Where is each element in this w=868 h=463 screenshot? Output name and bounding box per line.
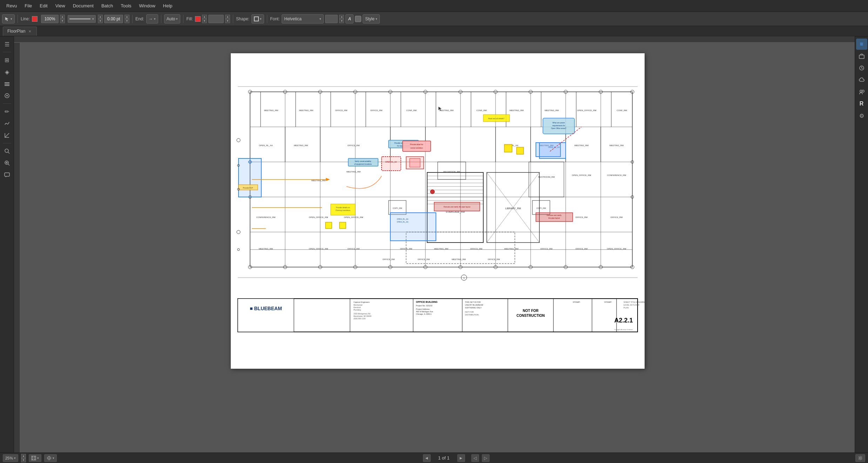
next-page-btn[interactable]: ► — [457, 454, 465, 462]
svg-text:OFFICE_RM: OFFICE_RM — [335, 109, 347, 111]
pt-input[interactable] — [104, 15, 123, 23]
menu-file[interactable]: File — [21, 2, 35, 10]
svg-text:PLAN: PLAN — [624, 307, 628, 309]
svg-rect-166 — [339, 222, 346, 229]
style-btn[interactable]: Style ▾ — [363, 14, 380, 23]
menu-tools[interactable]: Tools — [117, 2, 135, 10]
svg-text:S: S — [463, 277, 464, 279]
thumbnails-icon[interactable]: ⊞ — [1, 54, 13, 66]
doc-viewport[interactable]: MEETING_RM MEETING_RM OFFICE_RM OFFICE_R… — [20, 43, 855, 452]
line-width-spinner[interactable]: ▲ ▼ — [60, 15, 65, 23]
page-forward-btn[interactable]: ▷ — [482, 454, 490, 462]
menu-help[interactable]: Help — [160, 2, 176, 10]
right-collab-icon[interactable] — [856, 86, 867, 97]
status-bar: 25% ▾ ▲ ▼ ▾ ▾ ◄ 1 of 1 ► ◁ ▷ — [0, 452, 868, 463]
auto-btn[interactable]: Auto ▾ — [164, 14, 181, 23]
pt-up[interactable]: ▲ — [125, 15, 129, 19]
floorplan-tab[interactable]: FloorPlan ✕ — [3, 27, 37, 36]
fill-up[interactable]: ▲ — [202, 15, 207, 19]
end-select[interactable]: → ▾ — [146, 14, 158, 23]
line-w-up[interactable]: ▲ — [98, 15, 103, 19]
svg-line-6 — [8, 152, 9, 154]
menu-view[interactable]: View — [52, 2, 69, 10]
svg-text:OFFICE_RM: OFFICE_RM — [347, 144, 359, 147]
menu-window[interactable]: Window — [136, 2, 159, 10]
font-size-input[interactable]: 12 — [325, 15, 338, 23]
pt-down[interactable]: ▼ — [125, 19, 129, 23]
line-w-down[interactable]: ▼ — [98, 19, 103, 23]
line-label: Line: — [21, 16, 30, 21]
line-width-spinner2[interactable]: ▲ ▼ — [98, 15, 103, 23]
right-settings-icon[interactable]: ⚙ — [856, 110, 867, 121]
fill-pct-spinner[interactable]: ▲ ▼ — [225, 15, 230, 23]
fill-pct-input[interactable]: 100% — [208, 15, 224, 23]
page-back-btn[interactable]: ◁ — [471, 454, 479, 462]
fill-pct-up[interactable]: ▲ — [225, 15, 230, 19]
panels-icon[interactable]: ☰ — [1, 39, 13, 50]
svg-text:MEETING_RM: MEETING_RM — [294, 144, 308, 147]
thumbnail-toggle[interactable]: ▾ — [29, 454, 41, 462]
properties-icon[interactable] — [1, 90, 13, 101]
line-width-up[interactable]: ▲ — [60, 15, 65, 19]
line-width-down[interactable]: ▼ — [60, 19, 65, 23]
select-tool-btn[interactable]: ▾ — [2, 14, 15, 23]
tab-label: FloorPlan — [7, 29, 25, 34]
svg-text:SHEET TITLE & NUMBER: SHEET TITLE & NUMBER — [624, 301, 645, 303]
font-select[interactable]: Helvetica ▾ — [282, 14, 324, 23]
settings-btn[interactable] — [855, 454, 865, 462]
svg-text:STAMP:: STAMP: — [604, 301, 612, 303]
sep4 — [183, 15, 183, 23]
font-size-spinner[interactable]: ▲ ▼ — [339, 15, 344, 23]
bookmarks-icon[interactable]: ◈ — [1, 66, 13, 77]
search-icon[interactable] — [1, 145, 13, 157]
menu-batch[interactable]: Batch — [98, 2, 116, 10]
sep2 — [132, 15, 133, 23]
fill-color-swatch[interactable] — [195, 16, 201, 22]
text-bold-btn[interactable]: A — [345, 14, 354, 23]
right-r-icon[interactable]: R — [856, 98, 867, 109]
svg-text:OFFICE_RM: OFFICE_RM — [382, 258, 395, 260]
sep5 — [233, 15, 233, 23]
text-underline-btn[interactable] — [355, 16, 361, 22]
signatures-icon[interactable] — [1, 118, 13, 129]
measurements-icon[interactable] — [1, 130, 13, 141]
zoom-icon[interactable] — [1, 157, 13, 169]
zoom-down-btn[interactable]: ▼ — [21, 458, 26, 462]
menu-revu[interactable]: Revu — [3, 2, 20, 10]
pt-spinner[interactable]: ▲ ▼ — [125, 15, 129, 23]
svg-text:MEETING_RM: MEETING_RM — [509, 109, 523, 111]
right-recent-icon[interactable] — [856, 62, 867, 74]
zoom-spinner[interactable]: ▲ ▼ — [21, 454, 26, 462]
font-sz-up[interactable]: ▲ — [339, 15, 344, 19]
line-color-swatch[interactable] — [32, 16, 38, 22]
layers-icon[interactable] — [1, 78, 13, 89]
menu-document[interactable]: Document — [69, 2, 97, 10]
svg-text:MEETING_RM: MEETING_RM — [574, 144, 588, 147]
fill-spinner[interactable]: ▲ ▼ — [202, 15, 207, 23]
svg-text:THIS SET IS FOR: THIS SET IS FOR — [465, 301, 481, 303]
svg-rect-243 — [34, 458, 35, 460]
canvas-area[interactable]: MEETING_RM MEETING_RM OFFICE_RM OFFICE_R… — [14, 36, 855, 452]
right-sidebar: ≡ R ⚙ — [855, 36, 868, 452]
fill-down[interactable]: ▼ — [202, 19, 207, 23]
right-toolchest-icon[interactable] — [856, 50, 867, 62]
fill-pct-down[interactable]: ▼ — [225, 19, 230, 23]
zoom-value-btn[interactable]: 25% ▾ — [3, 454, 18, 462]
svg-point-14 — [860, 90, 862, 92]
right-properties-icon[interactable]: ≡ — [856, 39, 867, 50]
svg-text:OFFICE_RM: OFFICE_RM — [370, 109, 382, 111]
line-style-select[interactable]: ▾ — [68, 15, 96, 23]
prev-page-btn[interactable]: ◄ — [423, 454, 431, 462]
snap-btn[interactable]: ▾ — [44, 454, 57, 462]
shape-btn[interactable]: ▾ — [251, 14, 264, 23]
svg-point-5 — [5, 149, 8, 152]
svg-text:Flooring transitions: Flooring transitions — [335, 209, 350, 211]
comments-icon[interactable] — [1, 169, 13, 181]
markup-icon[interactable]: ✏ — [1, 106, 13, 117]
line-width-input[interactable] — [41, 15, 59, 23]
font-sz-down[interactable]: ▼ — [339, 19, 344, 23]
right-cloud-icon[interactable] — [856, 74, 867, 86]
zoom-up-btn[interactable]: ▲ — [21, 454, 26, 458]
menu-edit[interactable]: Edit — [36, 2, 51, 10]
tab-close-btn[interactable]: ✕ — [27, 29, 32, 34]
